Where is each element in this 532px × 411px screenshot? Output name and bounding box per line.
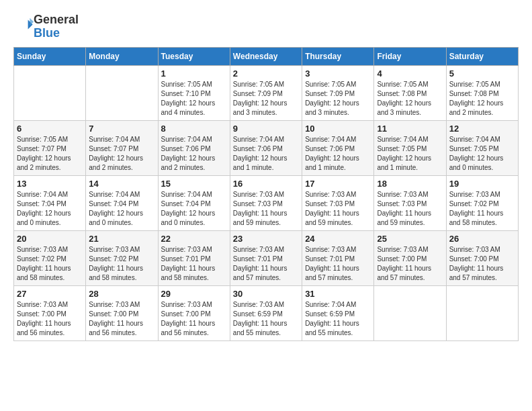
- header-cell-tuesday: Tuesday: [158, 47, 230, 65]
- day-number: 10: [305, 124, 371, 134]
- day-info: Sunrise: 7:05 AM Sunset: 7:09 PM Dayligh…: [233, 80, 299, 118]
- day-number: 21: [89, 234, 154, 244]
- day-cell: 24Sunrise: 7:03 AM Sunset: 7:01 PM Dayli…: [302, 230, 374, 285]
- header-cell-saturday: Saturday: [446, 47, 518, 65]
- day-info: Sunrise: 7:03 AM Sunset: 7:02 PM Dayligh…: [17, 245, 83, 283]
- day-number: 28: [89, 289, 154, 299]
- day-info: Sunrise: 7:04 AM Sunset: 7:07 PM Dayligh…: [89, 135, 154, 173]
- day-number: 15: [161, 179, 227, 189]
- day-cell: 13Sunrise: 7:04 AM Sunset: 7:04 PM Dayli…: [14, 175, 86, 230]
- week-row-5: 27Sunrise: 7:03 AM Sunset: 7:00 PM Dayli…: [14, 285, 519, 340]
- day-cell: 16Sunrise: 7:03 AM Sunset: 7:03 PM Dayli…: [230, 175, 302, 230]
- header-cell-thursday: Thursday: [302, 47, 374, 65]
- day-info: Sunrise: 7:05 AM Sunset: 7:08 PM Dayligh…: [377, 80, 443, 118]
- day-number: 24: [305, 234, 371, 244]
- day-cell: 8Sunrise: 7:04 AM Sunset: 7:06 PM Daylig…: [158, 120, 230, 175]
- header-cell-wednesday: Wednesday: [230, 47, 302, 65]
- day-number: 1: [161, 68, 227, 79]
- day-info: Sunrise: 7:04 AM Sunset: 7:06 PM Dayligh…: [161, 135, 227, 173]
- day-number: 9: [233, 124, 299, 134]
- week-row-2: 6Sunrise: 7:05 AM Sunset: 7:07 PM Daylig…: [14, 120, 519, 175]
- day-info: Sunrise: 7:05 AM Sunset: 7:08 PM Dayligh…: [449, 80, 515, 118]
- day-cell: 5Sunrise: 7:05 AM Sunset: 7:08 PM Daylig…: [446, 65, 518, 120]
- day-info: Sunrise: 7:04 AM Sunset: 6:59 PM Dayligh…: [305, 300, 371, 338]
- day-info: Sunrise: 7:04 AM Sunset: 7:06 PM Dayligh…: [305, 135, 371, 173]
- day-info: Sunrise: 7:03 AM Sunset: 7:02 PM Dayligh…: [89, 245, 154, 283]
- day-cell: 3Sunrise: 7:05 AM Sunset: 7:09 PM Daylig…: [302, 65, 374, 120]
- day-cell: 27Sunrise: 7:03 AM Sunset: 7:00 PM Dayli…: [14, 285, 86, 340]
- day-info: Sunrise: 7:03 AM Sunset: 7:01 PM Dayligh…: [161, 245, 227, 283]
- day-cell: 17Sunrise: 7:03 AM Sunset: 7:03 PM Dayli…: [302, 175, 374, 230]
- day-cell: [14, 65, 86, 120]
- day-cell: 20Sunrise: 7:03 AM Sunset: 7:02 PM Dayli…: [14, 230, 86, 285]
- day-info: Sunrise: 7:04 AM Sunset: 7:05 PM Dayligh…: [377, 135, 443, 173]
- day-info: Sunrise: 7:03 AM Sunset: 7:00 PM Dayligh…: [377, 245, 443, 283]
- day-number: 12: [449, 124, 515, 134]
- day-cell: 18Sunrise: 7:03 AM Sunset: 7:03 PM Dayli…: [374, 175, 446, 230]
- day-info: Sunrise: 7:03 AM Sunset: 7:00 PM Dayligh…: [161, 300, 227, 338]
- page-header: General Blue: [13, 13, 519, 40]
- day-info: Sunrise: 7:03 AM Sunset: 6:59 PM Dayligh…: [233, 300, 299, 338]
- day-number: 25: [377, 234, 443, 244]
- day-info: Sunrise: 7:05 AM Sunset: 7:10 PM Dayligh…: [161, 80, 227, 118]
- day-info: Sunrise: 7:04 AM Sunset: 7:05 PM Dayligh…: [449, 135, 515, 173]
- day-number: 31: [305, 289, 371, 299]
- day-number: 14: [89, 179, 154, 189]
- week-row-3: 13Sunrise: 7:04 AM Sunset: 7:04 PM Dayli…: [14, 175, 519, 230]
- day-cell: 23Sunrise: 7:03 AM Sunset: 7:01 PM Dayli…: [230, 230, 302, 285]
- day-info: Sunrise: 7:03 AM Sunset: 7:00 PM Dayligh…: [449, 245, 515, 283]
- day-number: 2: [233, 68, 299, 79]
- day-cell: 10Sunrise: 7:04 AM Sunset: 7:06 PM Dayli…: [302, 120, 374, 175]
- day-number: 19: [449, 179, 515, 189]
- header-cell-monday: Monday: [86, 47, 158, 65]
- day-number: 27: [17, 289, 83, 299]
- day-info: Sunrise: 7:04 AM Sunset: 7:04 PM Dayligh…: [89, 190, 154, 228]
- day-number: 16: [233, 179, 299, 189]
- day-cell: [446, 285, 518, 340]
- day-cell: [86, 65, 158, 120]
- day-number: 13: [17, 179, 83, 189]
- day-number: 8: [161, 124, 227, 134]
- day-info: Sunrise: 7:03 AM Sunset: 7:00 PM Dayligh…: [89, 300, 154, 338]
- day-number: 6: [17, 124, 83, 134]
- day-cell: 31Sunrise: 7:04 AM Sunset: 6:59 PM Dayli…: [302, 285, 374, 340]
- week-row-4: 20Sunrise: 7:03 AM Sunset: 7:02 PM Dayli…: [14, 230, 519, 285]
- day-info: Sunrise: 7:03 AM Sunset: 7:03 PM Dayligh…: [305, 190, 371, 228]
- day-cell: 6Sunrise: 7:05 AM Sunset: 7:07 PM Daylig…: [14, 120, 86, 175]
- header-cell-sunday: Sunday: [14, 47, 86, 65]
- day-number: 23: [233, 234, 299, 244]
- day-cell: [374, 285, 446, 340]
- header-cell-friday: Friday: [374, 47, 446, 65]
- day-info: Sunrise: 7:03 AM Sunset: 7:00 PM Dayligh…: [17, 300, 83, 338]
- day-number: 22: [161, 234, 227, 244]
- day-number: 30: [233, 289, 299, 299]
- day-cell: 9Sunrise: 7:04 AM Sunset: 7:06 PM Daylig…: [230, 120, 302, 175]
- day-number: 29: [161, 289, 227, 299]
- day-cell: 1Sunrise: 7:05 AM Sunset: 7:10 PM Daylig…: [158, 65, 230, 120]
- day-cell: 15Sunrise: 7:04 AM Sunset: 7:04 PM Dayli…: [158, 175, 230, 230]
- day-number: 3: [305, 68, 371, 79]
- day-info: Sunrise: 7:05 AM Sunset: 7:09 PM Dayligh…: [305, 80, 371, 118]
- day-cell: 19Sunrise: 7:03 AM Sunset: 7:02 PM Dayli…: [446, 175, 518, 230]
- day-info: Sunrise: 7:03 AM Sunset: 7:03 PM Dayligh…: [233, 190, 299, 228]
- logo: General Blue: [13, 13, 79, 40]
- day-cell: 4Sunrise: 7:05 AM Sunset: 7:08 PM Daylig…: [374, 65, 446, 120]
- day-number: 17: [305, 179, 371, 189]
- calendar-table: SundayMondayTuesdayWednesdayThursdayFrid…: [13, 47, 519, 341]
- day-cell: 21Sunrise: 7:03 AM Sunset: 7:02 PM Dayli…: [86, 230, 158, 285]
- day-cell: 12Sunrise: 7:04 AM Sunset: 7:05 PM Dayli…: [446, 120, 518, 175]
- day-cell: 29Sunrise: 7:03 AM Sunset: 7:00 PM Dayli…: [158, 285, 230, 340]
- day-number: 26: [449, 234, 515, 244]
- day-number: 18: [377, 179, 443, 189]
- day-cell: 2Sunrise: 7:05 AM Sunset: 7:09 PM Daylig…: [230, 65, 302, 120]
- day-info: Sunrise: 7:04 AM Sunset: 7:06 PM Dayligh…: [233, 135, 299, 173]
- day-number: 5: [449, 68, 515, 79]
- logo-icon: [15, 16, 34, 35]
- day-cell: 14Sunrise: 7:04 AM Sunset: 7:04 PM Dayli…: [86, 175, 158, 230]
- day-info: Sunrise: 7:05 AM Sunset: 7:07 PM Dayligh…: [17, 135, 83, 173]
- day-number: 4: [377, 68, 443, 79]
- day-cell: 28Sunrise: 7:03 AM Sunset: 7:00 PM Dayli…: [86, 285, 158, 340]
- day-cell: 30Sunrise: 7:03 AM Sunset: 6:59 PM Dayli…: [230, 285, 302, 340]
- day-number: 7: [89, 124, 154, 134]
- day-info: Sunrise: 7:03 AM Sunset: 7:01 PM Dayligh…: [305, 245, 371, 283]
